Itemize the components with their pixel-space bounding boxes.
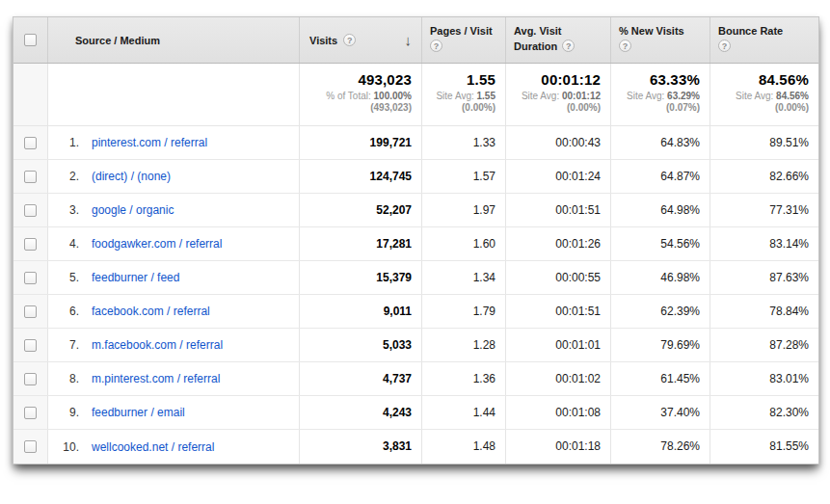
sort-descending-icon[interactable]: ↓ [405, 33, 413, 47]
table-row: 3. google / organic 52,207 1.97 00:01:51… [13, 194, 818, 227]
column-label: Avg. Visit [514, 25, 602, 37]
source-medium-link[interactable]: m.facebook.com / referral [92, 338, 223, 352]
help-icon[interactable]: ? [343, 34, 356, 46]
sub-value: 100.00% [374, 91, 412, 101]
column-label: Bounce Rate [718, 25, 811, 37]
table-row: 10. wellcooked.net / referral 3,831 1.48… [13, 430, 818, 464]
source-medium-link[interactable]: m.pinterest.com / referral [92, 372, 220, 385]
avg-visit-duration-cell: 00:01:24 [506, 160, 611, 193]
column-header-avg-visit-duration[interactable]: Avg. Visit Duration ? [506, 17, 611, 63]
row-checkbox[interactable] [24, 407, 37, 419]
visits-cell: 199,721 [300, 126, 422, 159]
help-icon[interactable]: ? [718, 40, 731, 52]
source-medium-link[interactable]: feedburner / email [92, 406, 185, 419]
source-medium-cell: 7. m.facebook.com / referral [48, 329, 300, 361]
help-icon[interactable]: ? [562, 40, 575, 52]
row-rank: 7. [54, 338, 79, 352]
source-medium-cell: 3. google / organic [48, 194, 300, 226]
new-visits-cell: 64.98% [611, 194, 710, 226]
column-header-source-medium[interactable]: Source / Medium [48, 17, 300, 63]
column-label: Pages / Visit [430, 25, 497, 37]
summary-bounce-rate: 84.56% Site Avg: 84.56% (0.00%) [710, 64, 818, 125]
avg-pages-per-visit: 1.55 [426, 71, 495, 88]
new-visits-cell: 79.69% [611, 329, 710, 361]
row-rank: 10. [54, 440, 79, 454]
row-checkbox[interactable] [24, 204, 37, 217]
sub-value: 1.55 [477, 91, 495, 101]
source-medium-link[interactable]: pinterest.com / referral [92, 136, 207, 149]
column-label: Duration [514, 40, 557, 52]
table-row: 7. m.facebook.com / referral 5,033 1.28 … [13, 329, 818, 362]
visits-cell: 124,745 [300, 160, 422, 193]
row-checkbox-cell [13, 261, 48, 294]
column-header-new-visits[interactable]: % New Visits ? [611, 17, 710, 63]
help-icon[interactable]: ? [430, 40, 442, 52]
row-checkbox[interactable] [24, 171, 37, 183]
sub-label: Site Avg: [522, 91, 559, 101]
bounce-rate-cell: 82.66% [710, 160, 818, 193]
select-all-checkbox[interactable] [24, 34, 37, 46]
source-medium-cell: 10. wellcooked.net / referral [48, 430, 300, 464]
total-visits: 493,023 [304, 71, 412, 88]
avg-visit-duration-cell: 00:01:02 [506, 362, 611, 395]
source-medium-cell: 6. facebook.com / referral [48, 295, 300, 328]
total-visits-paren: (493,023) [304, 102, 412, 114]
summary-new-visits: 63.33% Site Avg: 63.29% (0.07%) [611, 64, 710, 125]
source-medium-cell: 2. (direct) / (none) [48, 160, 300, 193]
avg-visit-duration-cell: 00:01:01 [506, 329, 611, 361]
row-rank: 6. [54, 305, 79, 318]
visits-cell: 5,033 [300, 329, 422, 361]
percent-new-visits: 63.33% [615, 71, 700, 88]
row-checkbox[interactable] [24, 305, 37, 318]
column-header-bounce-rate[interactable]: Bounce Rate ? [710, 17, 818, 63]
visits-cell: 52,207 [300, 194, 422, 226]
sub-value: 63.29% [667, 91, 700, 101]
column-label: Visits [309, 35, 337, 46]
row-rank: 8. [54, 372, 79, 385]
help-icon[interactable]: ? [619, 40, 631, 52]
row-checkbox-cell [13, 329, 48, 361]
site-avg: Site Avg: 63.29% [615, 91, 700, 102]
summary-visits: 493,023 % of Total: 100.00% (493,023) [300, 64, 422, 125]
bounce-rate-cell: 89.51% [710, 126, 818, 159]
pages-per-visit-cell: 1.28 [422, 329, 506, 361]
source-medium-link[interactable]: (direct) / (none) [92, 170, 171, 183]
avg-visit-duration: 00:01:12 [510, 71, 601, 88]
bounce-rate-cell: 87.28% [710, 329, 818, 361]
bounce-rate-cell: 82.30% [710, 396, 818, 429]
site-avg-paren: (0.00%) [714, 102, 809, 114]
select-all-cell [13, 17, 48, 63]
sub-label: % of Total: [326, 91, 371, 101]
bounce-rate-cell: 77.31% [710, 194, 818, 226]
row-checkbox[interactable] [24, 339, 37, 352]
bounce-rate-cell: 87.63% [710, 261, 818, 294]
row-rank: 9. [54, 406, 79, 419]
row-rank: 2. [54, 170, 79, 183]
row-checkbox[interactable] [24, 373, 37, 385]
source-medium-link[interactable]: facebook.com / referral [92, 305, 210, 318]
avg-visit-duration-cell: 00:01:08 [506, 396, 611, 429]
row-checkbox[interactable] [24, 272, 37, 284]
column-header-visits[interactable]: Visits ? ↓ [300, 17, 422, 63]
row-checkbox[interactable] [24, 238, 37, 251]
source-medium-link[interactable]: wellcooked.net / referral [92, 440, 214, 454]
row-checkbox[interactable] [24, 440, 37, 453]
pages-per-visit-cell: 1.44 [422, 396, 506, 429]
row-rank: 3. [54, 203, 79, 217]
site-avg-paren: (0.00%) [510, 102, 601, 114]
table-header-row: Source / Medium Visits ? ↓ Pages / Visit… [13, 17, 818, 64]
column-label: % New Visits [619, 25, 702, 37]
row-rank: 4. [54, 237, 79, 251]
summary-pages-per-visit: 1.55 Site Avg: 1.55 (0.00%) [422, 64, 506, 125]
summary-avg-visit-duration: 00:01:12 Site Avg: 00:01:12 (0.00%) [506, 64, 611, 125]
source-medium-link[interactable]: google / organic [92, 203, 174, 217]
pages-per-visit-cell: 1.79 [422, 295, 506, 328]
source-medium-link[interactable]: foodgawker.com / referral [92, 237, 222, 251]
source-medium-cell: 9. feedburner / email [48, 396, 300, 429]
source-medium-link[interactable]: feedburner / feed [92, 271, 179, 284]
avg-visit-duration-cell: 00:00:55 [506, 261, 611, 294]
bounce-rate-cell: 78.84% [710, 295, 818, 328]
column-header-pages-per-visit[interactable]: Pages / Visit ? [422, 17, 506, 63]
new-visits-cell: 64.87% [611, 160, 710, 193]
row-checkbox[interactable] [24, 137, 37, 149]
